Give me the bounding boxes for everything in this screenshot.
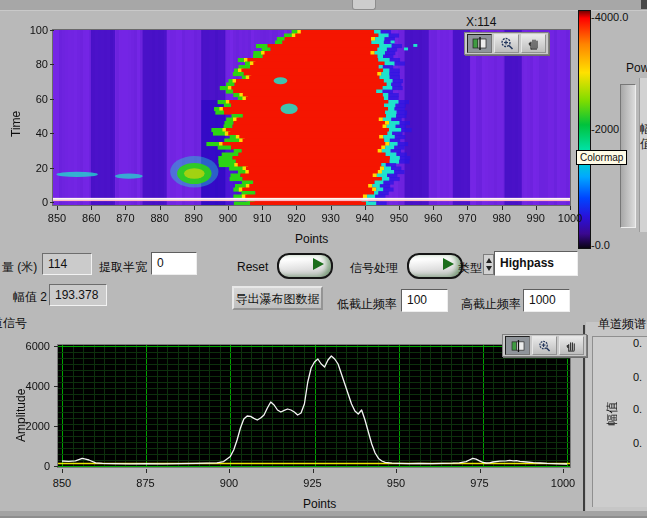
high-cutoff-input[interactable]: 1000 — [523, 289, 570, 312]
colorbar-tick-4000: -4000.0 — [591, 11, 628, 23]
x-tick-label: 1000 — [558, 212, 582, 224]
power-label: Pow — [626, 61, 647, 75]
points-axis-label-bottom: Points — [303, 497, 336, 511]
zoom-tool-icon — [500, 37, 514, 50]
cursor-tool-button[interactable] — [467, 34, 492, 53]
zoom-tool-button[interactable] — [494, 34, 519, 53]
extract-halfwidth-label: 提取半宽 — [99, 259, 147, 276]
cursor-readout: X:114 — [466, 15, 496, 29]
x-tick-label: 850 — [53, 477, 71, 489]
signal-processing-label: 信号处理 — [350, 260, 398, 277]
distance-indicator: 114 — [42, 253, 92, 275]
tick-mark — [502, 206, 503, 210]
export-waterfall-button[interactable]: 导出瀑布图数据 — [232, 286, 323, 310]
x-tick-label: 875 — [136, 477, 154, 489]
y-tick-label: 40 — [14, 127, 48, 139]
low-cutoff-input[interactable]: 100 — [401, 289, 448, 312]
tick-mark — [313, 469, 314, 473]
tick-mark — [194, 206, 195, 210]
x-tick-label: 920 — [287, 212, 305, 224]
graph-palette-bottom — [502, 334, 587, 357]
low-cutoff-label: 低截止频率 — [337, 296, 397, 313]
x-tick-label: 870 — [116, 212, 134, 224]
y-tick-label: 20 — [14, 162, 48, 174]
graph-palette-top — [464, 32, 549, 55]
signal-plot[interactable] — [58, 345, 570, 467]
filter-type-label: 类型 — [458, 260, 482, 277]
distance-label: 量 (米) — [2, 259, 37, 276]
right-panel-ytick-0: 0. — [633, 337, 642, 349]
zoom-tool-button[interactable] — [532, 336, 557, 355]
spinner-up-icon — [486, 258, 492, 263]
tick-mark — [331, 206, 332, 210]
x-tick-label: 880 — [150, 212, 168, 224]
x-tick-label: 850 — [48, 212, 66, 224]
cursor-tool-icon — [511, 340, 525, 352]
reset-toggle[interactable] — [277, 253, 333, 279]
tick-mark — [50, 168, 54, 169]
window-tab-notch — [352, 0, 376, 10]
reset-toggle-arrow-icon — [313, 258, 324, 270]
reset-label: Reset — [237, 260, 268, 274]
y-tick-label: 0 — [16, 460, 50, 472]
x-tick-label: 910 — [253, 212, 271, 224]
x-tick-label: 970 — [458, 212, 476, 224]
tick-mark — [536, 206, 537, 210]
zoom-tool-icon — [538, 340, 551, 352]
extract-halfwidth-input[interactable]: 0 — [151, 252, 197, 275]
x-tick-label: 980 — [492, 212, 510, 224]
signal-processing-toggle[interactable] — [407, 253, 463, 279]
tick-mark — [146, 469, 147, 473]
screen-corner — [641, 0, 647, 9]
x-tick-label: 900 — [219, 212, 237, 224]
window-top-edge — [0, 0, 647, 11]
tick-mark — [57, 206, 58, 210]
y-tick-label: 2000 — [16, 420, 50, 432]
tick-mark — [54, 466, 58, 467]
colorbar-tick-0: -0.0 — [591, 239, 610, 251]
front-panel: X:114 Time Points -400 — [0, 0, 647, 518]
high-cutoff-label: 高截止频率 — [461, 296, 521, 313]
signal-processing-toggle-arrow-icon — [443, 258, 454, 270]
tick-mark — [62, 469, 63, 473]
filter-type-combo[interactable]: Highpass — [494, 251, 578, 276]
filter-type-spinner[interactable] — [483, 254, 494, 275]
pan-tool-button[interactable] — [559, 336, 584, 355]
clipped-side-label: 幅值 — [640, 122, 647, 158]
tick-mark — [262, 206, 263, 210]
waterfall-plot[interactable] — [53, 30, 570, 205]
signal-section-label: 单道信号 — [0, 315, 27, 332]
tick-mark — [570, 206, 571, 210]
x-tick-label: 930 — [321, 212, 339, 224]
tick-mark — [91, 206, 92, 210]
tick-mark — [563, 469, 564, 473]
x-tick-label: 975 — [470, 477, 488, 489]
tick-mark — [160, 206, 161, 210]
cursor-tool-icon — [472, 37, 487, 50]
tick-mark — [50, 133, 54, 134]
tick-mark — [229, 469, 230, 473]
amplitude2-indicator: 193.378 — [49, 284, 107, 306]
pan-tool-icon — [565, 340, 578, 352]
tick-mark — [50, 99, 54, 100]
x-tick-label: 1000 — [551, 477, 575, 489]
tick-mark — [125, 206, 126, 210]
tick-mark — [296, 206, 297, 210]
pan-tool-button[interactable] — [521, 34, 546, 53]
cursor-tool-button[interactable] — [505, 336, 530, 355]
colormap-tooltip: Colormap — [576, 150, 627, 165]
tick-mark — [480, 469, 481, 473]
x-tick-label: 900 — [220, 477, 238, 489]
tick-mark — [396, 469, 397, 473]
tick-mark — [467, 206, 468, 210]
y-tick-label: 80 — [14, 58, 48, 70]
amplitude2-label: 幅值 2 — [13, 289, 47, 306]
right-panel-ytick-3: 0. — [633, 437, 642, 449]
tick-mark — [54, 346, 58, 347]
pan-tool-icon — [527, 37, 541, 50]
y-tick-label: 6000 — [16, 340, 50, 352]
tick-mark — [50, 64, 54, 65]
tick-mark — [50, 30, 54, 31]
x-tick-label: 990 — [527, 212, 545, 224]
y-tick-label: 0 — [14, 196, 48, 208]
